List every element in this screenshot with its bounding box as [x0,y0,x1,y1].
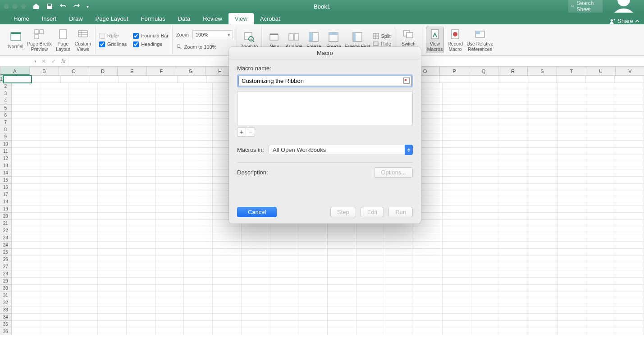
cell[interactable] [471,213,500,220]
cell[interactable] [527,76,557,83]
cell[interactable] [69,105,98,112]
zoom-select[interactable]: 100% [192,30,233,39]
cell[interactable] [40,278,69,285]
cell[interactable] [40,177,69,184]
cell[interactable] [558,278,587,285]
cell[interactable] [558,184,587,191]
cell[interactable] [500,306,529,314]
cell[interactable] [12,155,41,162]
cell[interactable] [558,148,587,155]
cell[interactable] [184,162,213,169]
cell[interactable] [615,270,644,278]
cancel-button[interactable]: Cancel [237,207,277,217]
cell[interactable] [40,306,69,314]
cell[interactable] [498,76,528,83]
row-header[interactable]: 8 [0,126,12,133]
cell[interactable] [98,206,127,213]
cell[interactable] [299,234,328,242]
cell[interactable] [615,119,644,126]
cell[interactable] [299,256,328,263]
cell[interactable] [500,206,529,213]
cell[interactable] [127,162,155,169]
cell[interactable] [586,299,615,306]
cell[interactable] [69,314,98,321]
cell[interactable] [98,141,127,148]
cell[interactable] [558,112,587,119]
cell[interactable] [155,126,184,133]
cell[interactable] [213,278,242,285]
cell[interactable] [98,256,127,263]
cell[interactable] [69,328,98,335]
cell[interactable] [471,112,500,119]
cell[interactable] [529,148,558,155]
cell[interactable] [615,285,644,292]
cell[interactable] [500,90,529,97]
cell[interactable] [127,112,155,119]
cell[interactable] [12,213,41,220]
cell[interactable] [127,83,155,90]
cell[interactable] [155,133,184,141]
cell[interactable] [69,321,98,328]
cell[interactable] [356,249,385,256]
cell[interactable] [615,155,644,162]
cell[interactable] [471,299,500,306]
cell[interactable] [155,220,184,227]
row-header[interactable]: 26 [0,256,12,263]
cell[interactable] [98,148,127,155]
column-header[interactable]: V [616,67,644,75]
cell[interactable] [40,119,69,126]
cell[interactable] [500,177,529,184]
cell[interactable] [385,263,414,270]
cell[interactable] [270,270,299,278]
cell[interactable] [443,328,471,335]
cell[interactable] [12,119,41,126]
cell[interactable] [155,148,184,155]
cell[interactable] [558,177,587,184]
cell[interactable] [155,162,184,169]
cell[interactable] [299,328,328,335]
zoom-100-button[interactable]: Zoom to 100% [176,44,233,50]
cell[interactable] [69,270,98,278]
cell[interactable] [127,256,155,263]
cell[interactable] [127,177,155,184]
cell[interactable] [270,328,299,335]
cell[interactable] [299,306,328,314]
cell[interactable] [586,83,615,90]
cell[interactable] [127,234,155,242]
cell[interactable] [414,314,443,321]
cell[interactable] [529,206,558,213]
cell[interactable] [127,169,155,177]
cell[interactable] [270,278,299,285]
cell[interactable] [443,213,471,220]
column-header[interactable]: R [498,67,528,75]
cell[interactable] [40,126,69,133]
row-header[interactable]: 35 [0,321,12,328]
cell[interactable] [443,162,471,169]
cell[interactable] [385,227,414,234]
cell[interactable] [155,270,184,278]
row-header[interactable]: 9 [0,133,12,141]
cell[interactable] [299,285,328,292]
cell[interactable] [586,169,615,177]
cell[interactable] [586,314,615,321]
cell[interactable] [615,148,644,155]
cell[interactable] [500,97,529,105]
cell[interactable] [558,105,587,112]
custom-views-button[interactable]: Custom Views [74,28,91,52]
cell[interactable] [615,177,644,184]
cell[interactable] [328,249,356,256]
cell[interactable] [213,306,242,314]
cell[interactable] [558,83,587,90]
cell[interactable] [557,76,586,83]
cell[interactable] [558,141,587,148]
cell[interactable] [40,249,69,256]
cell[interactable] [98,270,127,278]
cell[interactable] [242,321,270,328]
cell[interactable] [12,90,41,97]
cell[interactable] [558,227,587,234]
cell[interactable] [385,234,414,242]
cell[interactable] [500,191,529,198]
cell[interactable] [184,155,213,162]
cell[interactable] [443,126,471,133]
cell[interactable] [443,184,471,191]
